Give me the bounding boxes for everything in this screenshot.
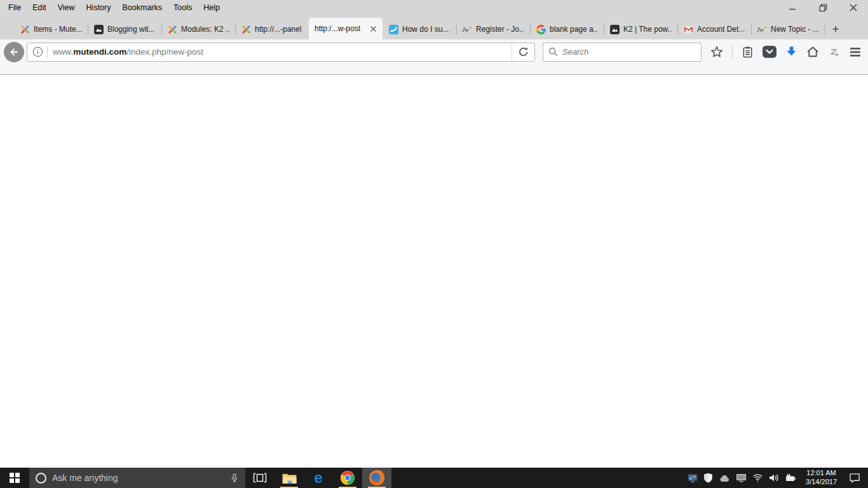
taskbar-empty-area — [391, 468, 688, 488]
menu-file[interactable]: File — [3, 1, 27, 14]
tab-panel[interactable]: http://...-panel — [235, 19, 309, 39]
tab-label: K2 | The pow... — [623, 25, 672, 34]
bookmark-star-icon[interactable] — [710, 46, 723, 58]
clock-date: 3/14/2017 — [806, 478, 837, 487]
firefox-icon — [369, 470, 385, 486]
taskbar-clock[interactable]: 12:01 AM 3/14/2017 — [806, 469, 837, 487]
joomlaworks-icon: Jw — [757, 24, 767, 34]
file-explorer-button[interactable] — [275, 468, 304, 488]
menu-history[interactable]: History — [81, 1, 117, 14]
start-button[interactable] — [0, 468, 29, 488]
downloads-icon[interactable] — [785, 46, 797, 58]
tab-label: http://...-panel — [255, 25, 303, 34]
menu-bar: File Edit View History Bookmarks Tools H… — [3, 1, 226, 14]
window-controls — [788, 3, 868, 12]
tab-label: Account Det... — [697, 25, 745, 34]
menu-help[interactable]: Help — [198, 1, 226, 14]
k2-icon — [609, 24, 620, 34]
tab-label: Register - Jo... — [476, 25, 524, 34]
toolbar-divider — [732, 46, 733, 58]
wifi-icon[interactable] — [752, 473, 763, 482]
tab-label: Items - Mute... — [34, 25, 82, 34]
edge-icon: e — [314, 470, 322, 485]
navigation-toolbar: www.mutendi.com/index.php/new-post — [0, 39, 868, 75]
onedrive-cloud-icon[interactable] — [719, 474, 730, 482]
chrome-button[interactable] — [333, 468, 362, 488]
tray-app-icon[interactable] — [688, 473, 698, 483]
reload-button[interactable] — [512, 43, 534, 61]
gmail-icon — [683, 24, 693, 34]
tab-blogging[interactable]: Blogging wit... — [88, 19, 161, 39]
microphone-icon[interactable] — [230, 472, 239, 484]
file-explorer-icon — [281, 471, 297, 485]
tab-new-topic[interactable]: Jw New Topic - ... — [751, 19, 825, 39]
volume-icon[interactable] — [769, 473, 779, 482]
close-icon[interactable] — [849, 3, 858, 12]
page-info-icon[interactable] — [32, 46, 43, 57]
minimize-icon[interactable] — [788, 3, 797, 12]
windows-taskbar: e — [0, 468, 868, 488]
search-input[interactable] — [562, 47, 696, 57]
windows-logo-icon — [10, 473, 20, 483]
cortana-input[interactable] — [52, 473, 224, 483]
tab-close-icon[interactable] — [370, 25, 377, 32]
tab-label: Blogging wit... — [107, 25, 156, 34]
tab-blank-page[interactable]: blank page a... — [530, 19, 604, 39]
urlbar-divider — [47, 46, 48, 58]
display-icon[interactable] — [736, 473, 747, 482]
tab-label: blank page a... — [550, 25, 598, 34]
tab-label: http:/...w-post — [315, 24, 366, 33]
menu-tools[interactable]: Tools — [168, 1, 198, 14]
tab-register[interactable]: Jw Register - Jo... — [456, 19, 530, 39]
tab-new-post-active[interactable]: http:/...w-post — [309, 18, 383, 39]
tab-bar: Items - Mute... Blogging wit... Modules:… — [0, 15, 868, 39]
menu-icon[interactable] — [849, 47, 862, 57]
extension-icon[interactable] — [828, 46, 840, 58]
bookmarks-list-icon[interactable] — [742, 46, 754, 58]
tab-how-do-i[interactable]: How do I su... — [383, 19, 456, 39]
toolbar-buttons — [710, 46, 862, 58]
action-center-icon — [849, 473, 860, 483]
defender-shield-icon[interactable] — [703, 473, 713, 483]
browser-titlebar: File Edit View History Bookmarks Tools H… — [0, 0, 868, 15]
url-text[interactable]: www.mutendi.com/index.php/new-post — [53, 47, 512, 57]
pocket-icon[interactable] — [763, 46, 776, 58]
edge-button[interactable]: e — [304, 468, 333, 488]
back-button[interactable] — [4, 42, 24, 62]
desktop: File Edit View History Bookmarks Tools H… — [0, 0, 868, 488]
tab-k2-power[interactable]: K2 | The pow... — [604, 19, 677, 39]
joomla-icon — [20, 24, 30, 34]
home-icon[interactable] — [806, 46, 819, 58]
url-path: /index.php/new-post — [126, 47, 203, 57]
action-center-button[interactable] — [849, 473, 860, 483]
tab-label: Modules: K2 ... — [181, 25, 229, 34]
google-icon — [536, 24, 546, 34]
search-icon — [548, 47, 558, 57]
cortana-search-box[interactable] — [29, 468, 245, 488]
battery-charging-icon[interactable] — [785, 473, 796, 482]
tab-label: New Topic - ... — [771, 25, 819, 34]
forum-icon — [388, 24, 398, 34]
task-view-button[interactable] — [245, 468, 275, 488]
back-icon — [8, 46, 20, 58]
clock-time: 12:01 AM — [806, 469, 837, 478]
tab-account-details[interactable]: Account Det... — [677, 19, 751, 39]
menu-edit[interactable]: Edit — [27, 1, 52, 14]
tab-modules-k2[interactable]: Modules: K2 ... — [161, 19, 235, 39]
k2-icon — [93, 24, 104, 34]
new-tab-button[interactable]: + — [825, 19, 846, 39]
menu-view[interactable]: View — [52, 1, 81, 14]
cortana-icon — [36, 473, 46, 484]
firefox-button[interactable] — [362, 468, 391, 488]
joomla-icon — [167, 24, 177, 34]
reload-icon — [518, 46, 529, 57]
menu-bookmarks[interactable]: Bookmarks — [116, 1, 168, 14]
url-bar[interactable]: www.mutendi.com/index.php/new-post — [27, 43, 535, 62]
page-content — [0, 75, 868, 468]
joomlaworks-icon: Jw — [462, 24, 472, 34]
tab-label: How do I su... — [402, 25, 451, 34]
url-prefix: www. — [53, 47, 73, 57]
search-bar[interactable] — [543, 43, 702, 62]
tab-items-mutendi[interactable]: Items - Mute... — [14, 19, 88, 39]
restore-icon[interactable] — [818, 3, 827, 12]
